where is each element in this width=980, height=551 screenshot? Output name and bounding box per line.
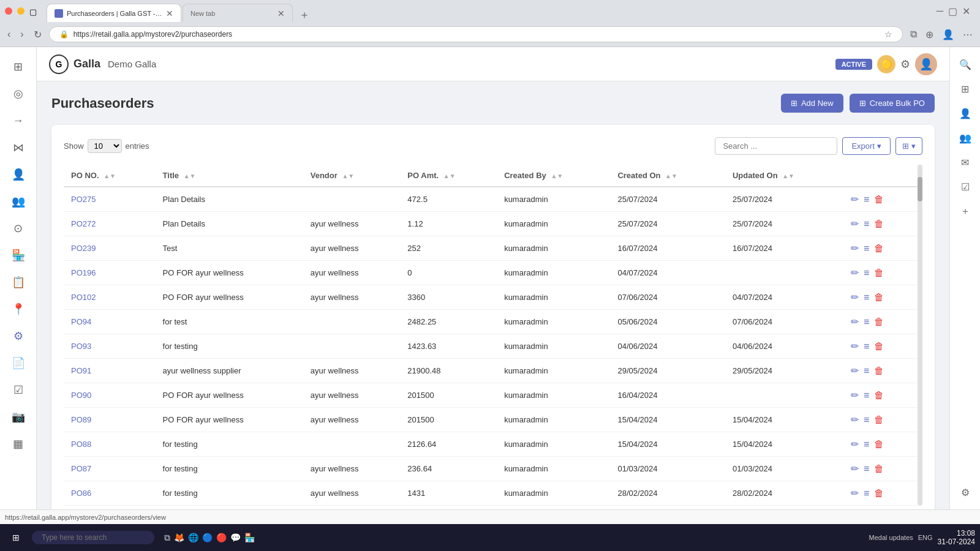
edit-button[interactable]: ✏ [851, 463, 859, 474]
right-tasks-icon[interactable]: ☑ [956, 177, 975, 197]
delete-button[interactable]: 🗑 [874, 292, 884, 303]
notification-icon[interactable]: 🟡 [877, 55, 895, 73]
view-details-button[interactable]: ≡ [864, 194, 869, 205]
taskbar-search-input[interactable] [32, 531, 154, 544]
taskbar-store[interactable]: 🏪 [244, 533, 255, 542]
taskbar-task-view[interactable]: ⧉ [164, 533, 170, 543]
edit-button[interactable]: ✏ [851, 218, 859, 230]
view-details-button[interactable]: ≡ [864, 488, 869, 499]
export-button[interactable]: Export ▾ [842, 137, 891, 155]
delete-button[interactable]: 🗑 [874, 268, 884, 279]
col-title[interactable]: Title ▲▼ [156, 165, 303, 187]
browser-close-btn[interactable] [5, 7, 12, 15]
po-link[interactable]: PO86 [71, 489, 91, 498]
taskbar-skype[interactable]: 💬 [230, 533, 241, 542]
edit-button[interactable]: ✏ [851, 291, 859, 303]
po-link[interactable]: PO239 [71, 244, 96, 253]
browser-maximize-btn[interactable]: ▢ [29, 7, 37, 15]
browser-minimize-btn[interactable] [17, 7, 24, 15]
right-search-icon[interactable]: 🔍 [956, 54, 975, 74]
edit-button[interactable]: ✏ [851, 414, 859, 425]
sidebar-item-arrow[interactable]: → [6, 108, 31, 133]
right-plus-icon[interactable]: ＋ [956, 201, 975, 221]
back-button[interactable]: ‹ [5, 26, 13, 42]
taskbar-browser[interactable]: 🦊 [174, 533, 184, 542]
sidebar-item-settings[interactable]: ⚙ [6, 324, 31, 348]
sidebar-item-tasks[interactable]: ☑ [6, 378, 31, 402]
bookmark-icon[interactable]: ⊕ [923, 26, 936, 43]
delete-button[interactable]: 🗑 [874, 390, 884, 401]
edit-button[interactable]: ✏ [851, 389, 859, 401]
po-link[interactable]: PO102 [71, 293, 96, 302]
po-link[interactable]: PO87 [71, 464, 91, 473]
delete-button[interactable]: 🗑 [874, 317, 884, 328]
sidebar-item-circle[interactable]: ◎ [6, 81, 31, 106]
sidebar-item-users[interactable]: 👥 [6, 189, 31, 214]
edit-button[interactable]: ✏ [851, 193, 859, 205]
sidebar-item-camera[interactable]: 📷 [6, 405, 31, 429]
sidebar-item-target[interactable]: ⊙ [6, 216, 31, 241]
sidebar-item-user[interactable]: 👤 [6, 162, 31, 187]
window-maximize-btn[interactable]: ▢ [948, 6, 957, 17]
user-avatar[interactable]: 👤 [915, 53, 937, 75]
delete-button[interactable]: 🗑 [874, 414, 884, 425]
browser-tab-active[interactable]: Purchaseorders | Galla GST - Inv... ✕ [47, 4, 181, 22]
view-details-button[interactable]: ≡ [864, 439, 869, 450]
edit-button[interactable]: ✏ [851, 438, 859, 450]
delete-button[interactable]: 🗑 [874, 341, 884, 352]
po-link[interactable]: PO272 [71, 219, 96, 228]
address-bar-url[interactable]: https://retail.galla.app/mystorev2/purch… [74, 30, 232, 39]
delete-button[interactable]: 🗑 [874, 365, 884, 377]
po-link[interactable]: PO91 [71, 366, 91, 375]
view-details-button[interactable]: ≡ [864, 414, 869, 425]
view-details-button[interactable]: ≡ [864, 243, 869, 254]
entries-select[interactable]: 10 25 50 100 [88, 139, 122, 153]
po-link[interactable]: PO196 [71, 268, 96, 277]
edit-button[interactable]: ✏ [851, 267, 859, 279]
right-group-icon[interactable]: 👥 [956, 128, 975, 148]
view-details-button[interactable]: ≡ [864, 268, 869, 279]
edit-button[interactable]: ✏ [851, 340, 859, 352]
view-details-button[interactable]: ≡ [864, 463, 869, 474]
delete-button[interactable]: 🗑 [874, 243, 884, 254]
sidebar-item-list[interactable]: 📋 [6, 270, 31, 294]
po-link[interactable]: PO93 [71, 342, 91, 351]
extensions-icon[interactable]: ⧉ [908, 26, 919, 42]
view-details-button[interactable]: ≡ [864, 219, 869, 230]
right-mail-icon[interactable]: ✉ [956, 152, 975, 172]
scroll-thumb[interactable] [918, 177, 922, 201]
settings-icon[interactable]: ⚙ [900, 58, 910, 71]
po-link[interactable]: PO275 [71, 195, 96, 204]
scrollbar[interactable] [918, 165, 922, 506]
right-settings-icon[interactable]: ⚙ [956, 482, 975, 502]
delete-button[interactable]: 🗑 [874, 194, 884, 205]
search-input[interactable] [715, 137, 837, 155]
new-tab-button[interactable]: ＋ [294, 7, 315, 22]
sidebar-item-store[interactable]: 🏪 [6, 243, 31, 268]
col-po-amt[interactable]: PO Amt. ▲▼ [400, 165, 497, 187]
delete-button[interactable]: 🗑 [874, 488, 884, 499]
delete-button[interactable]: 🗑 [874, 463, 884, 474]
address-star-icon[interactable]: ☆ [884, 29, 892, 39]
tab-close-new[interactable]: ✕ [277, 9, 285, 18]
delete-button[interactable]: 🗑 [874, 219, 884, 230]
reload-button[interactable]: ↻ [31, 26, 44, 43]
sidebar-item-report[interactable]: 📄 [6, 351, 31, 375]
view-details-button[interactable]: ≡ [864, 365, 869, 377]
view-details-button[interactable]: ≡ [864, 390, 869, 401]
view-details-button[interactable]: ≡ [864, 317, 869, 328]
sidebar-item-location[interactable]: 📍 [6, 297, 31, 321]
taskbar-chrome[interactable]: 🔴 [216, 533, 227, 542]
po-link[interactable]: PO94 [71, 317, 91, 326]
po-link[interactable]: PO89 [71, 415, 91, 424]
browser-tab-newtab[interactable]: New tab ✕ [183, 4, 293, 22]
create-bulk-po-button[interactable]: ⊞ Create Bulk PO [850, 94, 935, 113]
profile-icon[interactable]: 👤 [940, 26, 957, 43]
start-button[interactable]: ⊞ [5, 530, 27, 545]
taskbar-edge[interactable]: 🔵 [202, 533, 213, 542]
sidebar-item-dashboard[interactable]: ⊞ [6, 54, 31, 79]
right-user-icon[interactable]: 👤 [956, 103, 975, 123]
tab-close-active[interactable]: ✕ [166, 9, 173, 18]
edit-button[interactable]: ✏ [851, 365, 859, 377]
sidebar-item-join[interactable]: ⋈ [6, 135, 31, 160]
